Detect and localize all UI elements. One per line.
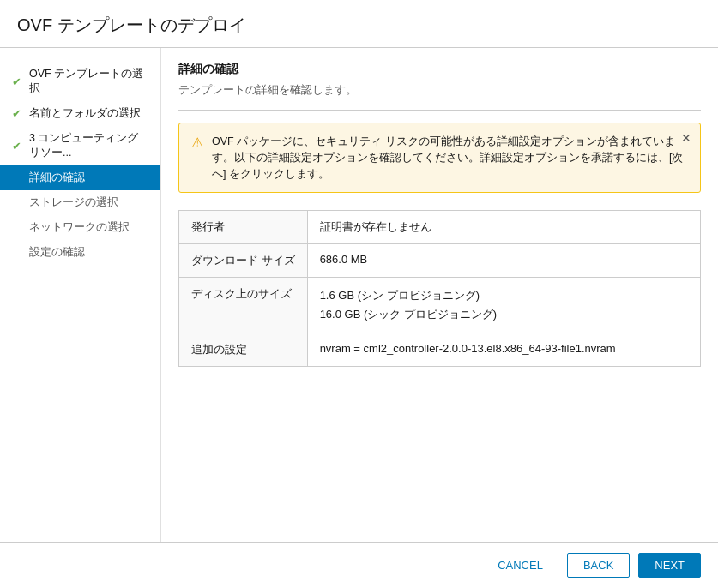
checkmark-icon: ✔ xyxy=(12,140,24,153)
sidebar-item-step4[interactable]: 詳細の確認 xyxy=(0,165,160,190)
label-disk-size: ディスク上のサイズ xyxy=(179,278,308,333)
value-additional-settings: nvram = cml2_controller-2.0.0-13.el8.x86… xyxy=(307,333,700,367)
value-publisher: 証明書が存在しません xyxy=(307,211,700,244)
label-publisher: 発行者 xyxy=(179,211,308,244)
dialog-footer: CANCEL BACK NEXT xyxy=(0,542,718,588)
sidebar-item-label: ストレージの選択 xyxy=(29,195,118,210)
disk-size-thin: 1.6 GB (シン プロビジョニング) xyxy=(320,286,688,305)
warning-text: OVF パッケージに、セキュリティ リスクの可能性がある詳細設定オプションが含ま… xyxy=(212,134,688,182)
sidebar: ✔ OVF テンプレートの選択 ✔ 名前とフォルダの選択 ✔ 3 コンピューティ… xyxy=(0,48,161,542)
cancel-button[interactable]: CANCEL xyxy=(482,554,558,577)
warning-icon: ⚠ xyxy=(191,135,203,151)
checkmark-icon: ✔ xyxy=(12,75,24,88)
value-disk-size: 1.6 GB (シン プロビジョニング) 16.0 GB (シック プロビジョニ… xyxy=(307,278,700,333)
dialog-body: ✔ OVF テンプレートの選択 ✔ 名前とフォルダの選択 ✔ 3 コンピューティ… xyxy=(0,48,718,542)
sidebar-item-label: OVF テンプレートの選択 xyxy=(29,67,148,96)
sidebar-item-step5[interactable]: ストレージの選択 xyxy=(0,190,160,215)
table-row-publisher: 発行者 証明書が存在しません xyxy=(179,211,701,244)
checkmark-icon: ✔ xyxy=(12,107,24,120)
section-description: テンプレートの詳細を確認します。 xyxy=(178,82,701,98)
table-row-disk-size: ディスク上のサイズ 1.6 GB (シン プロビジョニング) 16.0 GB (… xyxy=(179,278,701,333)
table-row-download-size: ダウンロード サイズ 686.0 MB xyxy=(179,244,701,278)
sidebar-item-step1[interactable]: ✔ OVF テンプレートの選択 xyxy=(0,62,160,101)
warning-close-button[interactable]: ✕ xyxy=(681,132,691,144)
sidebar-item-step7[interactable]: 設定の確認 xyxy=(0,240,160,265)
ovf-deploy-dialog: OVF テンプレートのデプロイ ✔ OVF テンプレートの選択 ✔ 名前とフォル… xyxy=(0,0,718,588)
label-additional-settings: 追加の設定 xyxy=(179,333,308,367)
main-content: 詳細の確認 テンプレートの詳細を確認します。 ⚠ OVF パッケージに、セキュリ… xyxy=(161,48,718,542)
sidebar-item-label: 詳細の確認 xyxy=(29,171,85,185)
dialog-header: OVF テンプレートのデプロイ xyxy=(0,0,718,48)
section-title: 詳細の確認 xyxy=(178,62,701,77)
sidebar-item-step3[interactable]: ✔ 3 コンピューティング リソー... xyxy=(0,126,160,165)
details-table: 発行者 証明書が存在しません ダウンロード サイズ 686.0 MB ディスク上… xyxy=(178,210,701,367)
disk-size-thick: 16.0 GB (シック プロビジョニング) xyxy=(320,305,688,324)
dialog-title: OVF テンプレートのデプロイ xyxy=(17,14,701,37)
sidebar-item-step6[interactable]: ネットワークの選択 xyxy=(0,215,160,240)
value-download-size: 686.0 MB xyxy=(307,244,700,278)
table-row-additional-settings: 追加の設定 nvram = cml2_controller-2.0.0-13.e… xyxy=(179,333,701,367)
sidebar-item-label: 設定の確認 xyxy=(29,245,85,260)
next-button[interactable]: NEXT xyxy=(638,553,701,578)
sidebar-item-label: 名前とフォルダの選択 xyxy=(29,106,141,121)
warning-box: ⚠ OVF パッケージに、セキュリティ リスクの可能性がある詳細設定オプションが… xyxy=(178,123,701,193)
sidebar-item-step2[interactable]: ✔ 名前とフォルダの選択 xyxy=(0,101,160,126)
section-divider xyxy=(178,110,701,111)
back-button[interactable]: BACK xyxy=(567,553,630,578)
label-download-size: ダウンロード サイズ xyxy=(179,244,308,278)
sidebar-item-label: 3 コンピューティング リソー... xyxy=(29,131,148,160)
sidebar-item-label: ネットワークの選択 xyxy=(29,220,130,235)
